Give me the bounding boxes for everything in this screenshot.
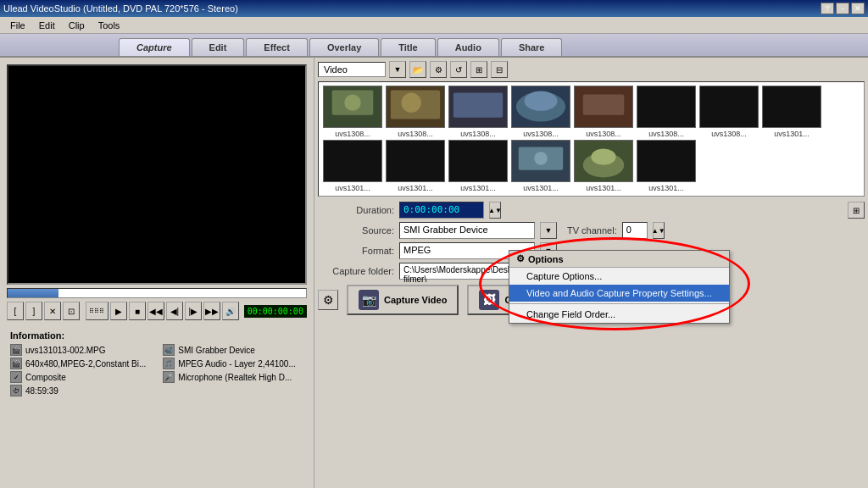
thumb-image	[637, 86, 696, 128]
help-button[interactable]: ?	[821, 3, 834, 14]
refresh-icon[interactable]: ↺	[450, 61, 467, 78]
delete-button[interactable]: ✕	[44, 302, 61, 320]
stop-button[interactable]: ■	[129, 302, 146, 320]
thumb-image	[699, 86, 759, 128]
duration-spin[interactable]: ▲▼	[489, 202, 501, 219]
info-row-composite: ✓ Composite	[10, 371, 146, 383]
tab-effect[interactable]: Effect	[246, 38, 308, 56]
audio-icon: 🎵	[163, 358, 175, 369]
tab-overlay[interactable]: Overlay	[309, 38, 379, 56]
list-item[interactable]: uvs1308...	[636, 86, 697, 138]
menu-clip[interactable]: Clip	[62, 19, 92, 32]
thumb-image	[511, 86, 570, 128]
format-label: Format:	[318, 246, 394, 256]
menu-separator	[509, 303, 729, 304]
list-item[interactable]: uvs1301...	[510, 140, 571, 192]
thumb-label: uvs1308...	[398, 130, 433, 138]
left-panel: [ ] ✕ ⊡ ⠿⠿⠿ ▶ ■ ◀◀ ◀| |▶ ▶▶ 🔊 00:00:00:0…	[0, 58, 314, 488]
thumb-image	[386, 86, 445, 128]
video-preview	[7, 64, 307, 285]
progress-bar[interactable]	[7, 288, 307, 298]
close-button[interactable]: ✕	[851, 3, 865, 14]
thumb-label: uvs1301...	[586, 184, 621, 192]
title-bar-controls: ? - ✕	[821, 3, 865, 14]
duration-label: Duration:	[318, 205, 394, 215]
tab-title[interactable]: Title	[381, 38, 435, 56]
source-input[interactable]: SMI Grabber Device	[399, 222, 535, 239]
volume-button[interactable]: 🔊	[222, 302, 239, 320]
mic-icon: 🎤	[163, 371, 175, 383]
list-item[interactable]: uvs1308...	[510, 86, 571, 138]
minimize-button[interactable]: -	[836, 3, 849, 14]
snapshot-button[interactable]: ⊡	[63, 302, 80, 320]
info-row-duration: ⏱ 48:59:39	[10, 385, 146, 396]
thumb-label: uvs1308...	[648, 130, 684, 138]
thumb-label: uvs1308...	[523, 130, 559, 138]
svg-point-2	[344, 94, 360, 110]
list-item[interactable]: uvs1308...	[385, 86, 446, 138]
menu-edit[interactable]: Edit	[32, 19, 62, 32]
mark-out-button[interactable]: ]	[25, 302, 42, 320]
menu-bar: File Edit Clip Tools	[0, 17, 868, 34]
context-menu-item-field-order[interactable]: Change Field Order...	[509, 306, 729, 323]
list-item[interactable]: uvs1301...	[761, 86, 822, 138]
source-dropdown[interactable]: ▼	[540, 222, 557, 239]
main-content: [ ] ✕ ⊡ ⠿⠿⠿ ▶ ■ ◀◀ ◀| |▶ ▶▶ 🔊 00:00:00:0…	[0, 58, 868, 488]
list-item[interactable]: uvs1301...	[636, 140, 697, 192]
video-dropdown[interactable]: ▼	[389, 61, 406, 78]
frame-back-button[interactable]: ◀|	[166, 302, 183, 320]
thumb-label: uvs1301...	[398, 184, 433, 192]
tab-share[interactable]: Share	[501, 38, 563, 56]
list-item[interactable]: uvs1301...	[448, 140, 509, 192]
context-menu-item-capture-options[interactable]: Capture Options...	[509, 268, 729, 285]
frame-fwd-button[interactable]: |▶	[185, 302, 202, 320]
tab-bar: Capture Edit Effect Overlay Title Audio …	[0, 34, 868, 58]
thumb-image	[323, 140, 382, 182]
thumb-label: uvs1301...	[774, 130, 810, 138]
list-item[interactable]: uvs1301...	[573, 140, 634, 192]
extra-icon[interactable]: ⊟	[491, 61, 508, 78]
film-icon: 🎬	[10, 344, 22, 356]
list-item[interactable]: uvs1308...	[573, 86, 634, 138]
duration-input[interactable]: 0:00:00:00	[399, 202, 484, 219]
thumbnail-grid: uvs1308... uvs1308... uvs1308... uvs1308…	[318, 81, 865, 197]
title-bar: Ulead VideoStudio (Untitled, DVD PAL 720…	[0, 0, 868, 17]
list-item[interactable]: uvs1308...	[698, 86, 760, 138]
context-menu-item-property-settings[interactable]: Video and Audio Capture Property Setting…	[509, 285, 729, 302]
thumb-image	[448, 140, 508, 182]
play-button[interactable]: ▶	[110, 302, 127, 320]
tv-channel-input[interactable]: 0	[622, 222, 648, 239]
thumb-image	[574, 86, 633, 128]
options-gear-button[interactable]: ⚙	[318, 290, 338, 310]
info-row-device: 📹 SMI Grabber Device	[163, 344, 295, 356]
check-icon: ✓	[10, 371, 22, 383]
menu-file[interactable]: File	[3, 19, 32, 32]
list-item[interactable]: uvs1301...	[322, 140, 383, 192]
tab-edit[interactable]: Edit	[192, 38, 245, 56]
gear-icon: ⚙	[516, 253, 525, 264]
menu-tools[interactable]: Tools	[92, 19, 127, 32]
open-folder-icon[interactable]: 📂	[409, 61, 426, 78]
settings-icon[interactable]: ⚙	[430, 61, 447, 78]
tv-channel-spin[interactable]: ▲▼	[653, 222, 665, 239]
sort-icon[interactable]: ⊞	[470, 61, 487, 78]
capture-video-button[interactable]: 📷 Capture Video	[347, 285, 459, 315]
thumb-label: uvs1308...	[335, 130, 370, 138]
thumb-label: uvs1308...	[586, 130, 621, 138]
capture-folder-label: Capture folder:	[318, 266, 394, 276]
thumb-toolbar: Video ▼ 📂 ⚙ ↺ ⊞ ⊟	[318, 61, 865, 78]
mark-in-button[interactable]: [	[7, 302, 24, 320]
next-button[interactable]: ▶▶	[203, 302, 220, 320]
info-title: Information:	[10, 330, 303, 341]
thumb-label: uvs1308...	[460, 130, 496, 138]
tab-audio[interactable]: Audio	[437, 38, 499, 56]
list-item[interactable]: uvs1301...	[385, 140, 446, 192]
info-row-audio: 🎵 MPEG Audio - Layer 2,44100...	[163, 358, 295, 369]
svg-point-10	[525, 92, 558, 111]
tab-capture[interactable]: Capture	[119, 38, 190, 56]
prev-button[interactable]: ◀◀	[147, 302, 164, 320]
scroll-button[interactable]: ⊞	[848, 202, 865, 219]
list-item[interactable]: uvs1308...	[322, 86, 383, 138]
list-item[interactable]: uvs1308...	[448, 86, 509, 138]
timecode-display: 00:00:00:00	[244, 305, 307, 318]
